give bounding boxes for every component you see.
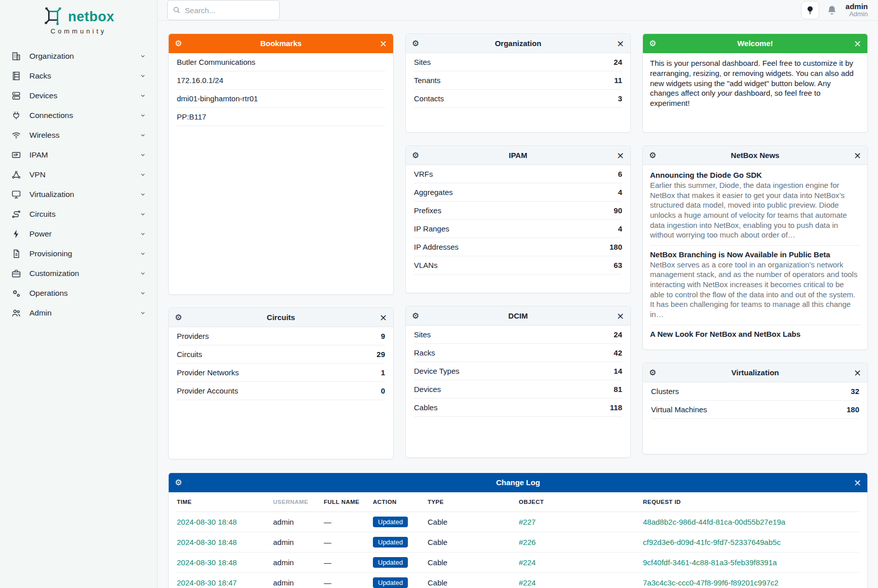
sidebar-item[interactable]: Wireless: [0, 125, 157, 145]
sidebar-item[interactable]: Operations: [0, 283, 157, 303]
stat-row[interactable]: Aggregates 4: [414, 183, 622, 202]
sidebar-item[interactable]: Admin: [0, 303, 157, 323]
column-header[interactable]: Username: [273, 492, 324, 512]
stat-row[interactable]: Cables 118: [414, 399, 622, 417]
request-id-link[interactable]: 9cf40fdf-3461-4c88-81a3-5feb39f8391a: [643, 558, 777, 567]
sidebar-item[interactable]: Racks: [0, 66, 157, 86]
notifications-bell-icon[interactable]: [826, 5, 837, 16]
theme-toggle-button[interactable]: [801, 1, 819, 19]
stat-label: Providers: [177, 332, 209, 340]
change-object-link[interactable]: #224: [519, 558, 536, 567]
widget-news-header: ⚙ NetBox News ×: [643, 146, 867, 165]
stat-row[interactable]: IP Ranges 4: [414, 220, 622, 238]
widget-close-icon[interactable]: ×: [614, 39, 624, 48]
change-object-link[interactable]: #226: [519, 538, 536, 546]
widget-title: Welcome!: [659, 39, 851, 48]
widget-close-icon[interactable]: ×: [614, 151, 624, 160]
column-header[interactable]: Type: [428, 492, 519, 512]
stat-row[interactable]: Virtual Machines 180: [651, 401, 859, 419]
stat-row[interactable]: Contacts 3: [414, 90, 622, 108]
widget-settings-icon[interactable]: ⚙: [175, 40, 185, 48]
request-id-link[interactable]: 48ad8b2c-986d-44fd-81ca-00d55b27e19a: [643, 518, 785, 526]
sidebar-item[interactable]: Power: [0, 224, 157, 244]
column-header[interactable]: Time: [177, 492, 273, 512]
widget-settings-icon[interactable]: ⚙: [412, 151, 422, 160]
widget-settings-icon[interactable]: ⚙: [649, 40, 659, 48]
stat-row[interactable]: Circuits 29: [177, 345, 385, 364]
change-time-link[interactable]: 2024-08-30 18:48: [177, 518, 237, 526]
stat-row[interactable]: Providers 9: [177, 327, 385, 345]
sidebar-item[interactable]: Provisioning: [0, 244, 157, 263]
stat-list: Clusters 32 Virtual Machines 180: [643, 382, 867, 419]
stat-row[interactable]: Provider Networks 1: [177, 364, 385, 382]
stat-row[interactable]: Tenants 11: [414, 71, 622, 90]
stat-row[interactable]: Prefixes 90: [414, 202, 622, 220]
stat-row[interactable]: Sites 24: [414, 326, 622, 344]
change-time-link[interactable]: 2024-08-30 18:48: [177, 538, 237, 546]
column-header[interactable]: Full Name: [324, 492, 373, 512]
widget-settings-icon[interactable]: ⚙: [175, 313, 185, 322]
change-object-link[interactable]: #227: [519, 518, 536, 526]
stat-row[interactable]: VLANs 63: [414, 256, 622, 275]
change-time-link[interactable]: 2024-08-30 18:48: [177, 558, 237, 567]
widget-close-icon[interactable]: ×: [851, 478, 861, 487]
stat-value: 0: [381, 386, 385, 395]
column-header[interactable]: Object: [519, 492, 643, 512]
widget-settings-icon[interactable]: ⚙: [412, 312, 422, 320]
stat-label: IP Ranges: [414, 224, 449, 233]
column-header[interactable]: Action: [373, 492, 428, 512]
widget-close-icon[interactable]: ×: [377, 39, 387, 48]
user-menu[interactable]: admin Admin: [846, 2, 868, 18]
widget-close-icon[interactable]: ×: [851, 151, 861, 160]
sidebar-item[interactable]: Organization: [0, 46, 157, 66]
stat-row[interactable]: Devices 81: [414, 380, 622, 399]
bookmark-link[interactable]: 172.16.0.1/24: [177, 76, 223, 85]
widget-settings-icon[interactable]: ⚙: [175, 479, 185, 487]
stat-row[interactable]: VRFs 6: [414, 165, 622, 183]
sidebar-item[interactable]: Circuits: [0, 204, 157, 224]
widget-settings-icon[interactable]: ⚙: [649, 151, 659, 160]
widget-close-icon[interactable]: ×: [851, 368, 861, 377]
sidebar-item[interactable]: IPAM: [0, 145, 157, 165]
sidebar-item-icon: [11, 268, 21, 279]
widget-title: Organization: [422, 39, 614, 48]
stat-row[interactable]: Device Types 14: [414, 362, 622, 380]
stat-row[interactable]: IP Addresses 180: [414, 238, 622, 256]
widget-ipam: ⚙ IPAM × VRFs 6 Aggregat: [405, 145, 631, 293]
stat-row[interactable]: Sites 24: [414, 53, 622, 71]
bookmark-link[interactable]: dmi01-binghamton-rtr01: [177, 94, 258, 103]
widget-close-icon[interactable]: ×: [377, 313, 387, 322]
search-input[interactable]: [185, 6, 274, 15]
sidebar-item[interactable]: Connections: [0, 105, 157, 125]
search-box[interactable]: [167, 0, 280, 20]
bookmark-link[interactable]: PP:B117: [177, 112, 206, 121]
bookmark-link[interactable]: Butler Communications: [177, 58, 255, 66]
stat-row[interactable]: Racks 42: [414, 344, 622, 362]
news-headline[interactable]: A New Look For NetBox and NetBox Labs: [650, 330, 860, 338]
stat-value: 6: [618, 170, 622, 178]
change-full-name: —: [324, 532, 373, 552]
stat-value: 32: [851, 387, 859, 396]
change-object-link[interactable]: #224: [519, 578, 536, 587]
sidebar-item-label: Customization: [29, 269, 140, 278]
widget-close-icon[interactable]: ×: [851, 39, 861, 48]
request-id-link[interactable]: 7a3c4c3c-ccc0-47f8-99f6-f89201c997c2: [643, 578, 779, 587]
column-header[interactable]: Request ID: [643, 492, 859, 512]
widget-settings-icon[interactable]: ⚙: [412, 40, 422, 48]
stat-row[interactable]: Provider Accounts 0: [177, 382, 385, 400]
brand[interactable]: netbox Community: [0, 0, 157, 37]
change-time-link[interactable]: 2024-08-30 18:47: [177, 578, 237, 587]
sidebar-item-label: Power: [29, 229, 140, 239]
widget-virtualization-header: ⚙ Virtualization ×: [643, 363, 867, 382]
sidebar-item[interactable]: Devices: [0, 86, 157, 105]
news-headline[interactable]: Announcing the Diode Go SDK: [650, 171, 860, 179]
sidebar-item[interactable]: VPN: [0, 165, 157, 184]
sidebar-item[interactable]: Virtualization: [0, 184, 157, 204]
change-username: admin: [273, 572, 324, 588]
news-headline[interactable]: NetBox Branching is Now Available in Pub…: [650, 250, 860, 259]
stat-row[interactable]: Clusters 32: [651, 382, 859, 401]
request-id-link[interactable]: cf92d3e6-d09d-41fc-9fd7-52337649ab5c: [643, 538, 781, 546]
sidebar-item[interactable]: Customization: [0, 263, 157, 283]
widget-close-icon[interactable]: ×: [614, 311, 624, 321]
widget-settings-icon[interactable]: ⚙: [649, 369, 659, 377]
